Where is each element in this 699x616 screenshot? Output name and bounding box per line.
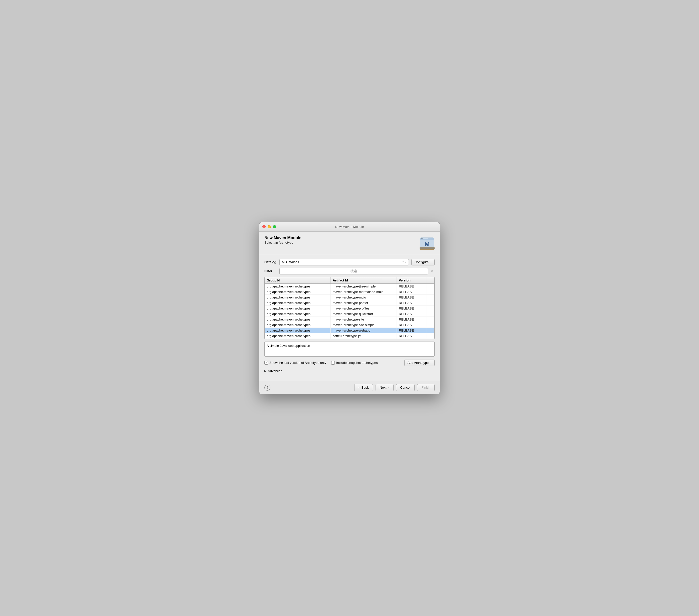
cell-version: RELEASE: [397, 317, 427, 322]
cell-version: RELEASE: [397, 300, 427, 305]
svg-text:M: M: [425, 241, 430, 247]
advanced-section[interactable]: ▶ Advanced: [264, 369, 435, 373]
options-row: ✓ Show the last version of Archetype onl…: [264, 359, 435, 366]
header-text: New Maven Module Select an Archetype: [264, 236, 301, 245]
cell-extra: [427, 317, 434, 322]
cell-version: RELEASE: [397, 311, 427, 316]
col-artifact-id: Artifact Id: [331, 277, 397, 284]
cell-version: RELEASE: [397, 284, 427, 289]
dialog-footer: ? < Back Next > Cancel Finish: [259, 381, 440, 394]
table-row[interactable]: org.apache.maven.archetypes maven-archet…: [265, 295, 434, 300]
cell-artifact-id: softeu-archetype-jsf: [331, 333, 397, 339]
filter-input[interactable]: [279, 268, 428, 274]
maximize-button[interactable]: [273, 225, 276, 228]
clear-filter-icon[interactable]: ✕: [430, 269, 435, 273]
cell-version: RELEASE: [397, 322, 427, 328]
configure-button[interactable]: Configure...: [411, 259, 435, 265]
cell-group-id: org.apache.maven.archetypes: [265, 317, 331, 322]
cell-extra: [427, 300, 434, 305]
cell-group-id: org.apache.maven.archetypes: [265, 311, 331, 316]
catalog-value: All Catalogs: [282, 260, 402, 264]
cell-artifact-id: maven-archetype-marmalade-mojo: [331, 289, 397, 294]
advanced-label: Advanced: [268, 369, 282, 373]
cell-extra: [427, 311, 434, 316]
col-scrollbar: [427, 277, 434, 284]
show-last-version-label: Show the last version of Archetype only: [269, 361, 326, 365]
cell-version: RELEASE: [397, 333, 427, 339]
cell-artifact-id: maven-archetype-portlet: [331, 300, 397, 305]
include-snapshot-checkbox[interactable]: [331, 361, 335, 365]
dialog-title: New Maven Module: [264, 236, 301, 240]
main-window: New Maven Module New Maven Module Select…: [259, 222, 440, 394]
title-bar: New Maven Module: [259, 222, 440, 232]
include-snapshot-label: Include snapshot archetypes: [336, 361, 378, 365]
back-button[interactable]: < Back: [354, 384, 373, 391]
cell-artifact-id: maven-archetype-profiles: [331, 306, 397, 311]
show-last-version-option[interactable]: ✓ Show the last version of Archetype onl…: [264, 361, 326, 365]
archetype-table: Group Id Artifact Id Version org.apache.…: [264, 277, 435, 339]
cell-artifact-id: maven-archetype-j2ee-simple: [331, 284, 397, 289]
cell-version: RELEASE: [397, 295, 427, 300]
show-last-version-checkbox[interactable]: ✓: [264, 361, 268, 365]
filter-label: Filter:: [264, 269, 279, 273]
catalog-label: Catalog:: [264, 260, 279, 264]
catalog-dropdown[interactable]: All Catalogs ⌃⌄: [279, 259, 409, 265]
svg-rect-6: [420, 249, 434, 250]
dialog-header: New Maven Module Select an Archetype M: [264, 236, 435, 251]
cell-group-id: org.apache.maven.archetypes: [265, 289, 331, 294]
include-snapshot-option[interactable]: Include snapshot archetypes: [331, 361, 378, 365]
cell-group-id: org.apache.maven.archetypes: [265, 300, 331, 305]
traffic-lights: [262, 225, 276, 228]
cell-artifact-id: maven-archetype-site-simple: [331, 322, 397, 328]
cell-artifact-id: maven-archetype-mojo: [331, 295, 397, 300]
table-body: org.apache.maven.archetypes maven-archet…: [265, 284, 434, 339]
table-row[interactable]: org.apache.maven.archetypes maven-archet…: [265, 328, 434, 333]
svg-rect-3: [423, 238, 428, 239]
cell-version: RELEASE: [397, 306, 427, 311]
cell-artifact-id: maven-archetype-site: [331, 317, 397, 322]
table-row[interactable]: org.apache.maven.archetypes maven-archet…: [265, 289, 434, 295]
table-row[interactable]: org.apache.maven.archetypes maven-archet…: [265, 300, 434, 306]
description-box: A simple Java web application: [264, 342, 435, 357]
table-row[interactable]: org.apache.maven.archetypes softeu-arche…: [265, 333, 434, 339]
minimize-button[interactable]: [268, 225, 271, 228]
maven-icon: M: [420, 236, 435, 251]
cell-version: RELEASE: [397, 289, 427, 294]
col-version: Version: [397, 277, 427, 284]
cell-extra: [427, 328, 434, 333]
cell-extra: [427, 322, 434, 328]
cell-version: RELEASE: [397, 328, 427, 333]
add-archetype-button[interactable]: Add Archetype...: [404, 359, 435, 366]
cell-extra: [427, 295, 434, 300]
table-row[interactable]: org.apache.maven.archetypes maven-archet…: [265, 311, 434, 317]
cell-group-id: org.apache.maven.archetypes: [265, 322, 331, 328]
table-row[interactable]: org.apache.maven.archetypes maven-archet…: [265, 322, 434, 328]
catalog-row: Catalog: All Catalogs ⌃⌄ Configure...: [264, 259, 435, 265]
cell-artifact-id: maven-archetype-quickstart: [331, 311, 397, 316]
cell-group-id: org.apache.maven.archetypes: [265, 295, 331, 300]
table-row[interactable]: org.apache.maven.archetypes maven-archet…: [265, 284, 434, 289]
advanced-arrow-icon: ▶: [264, 370, 266, 372]
cell-extra: [427, 284, 434, 289]
svg-rect-2: [421, 238, 423, 239]
cell-group-id: org.apache.maven.archetypes: [265, 284, 331, 289]
filter-row: Filter: ✕: [264, 268, 435, 274]
cell-group-id: org.apache.maven.archetypes: [265, 328, 331, 333]
window-title: New Maven Module: [335, 225, 364, 228]
cell-group-id: org.apache.maven.archetypes: [265, 306, 331, 311]
dialog-subtitle: Select an Archetype: [264, 241, 301, 245]
cell-group-id: org.apache.maven.archetypes: [265, 333, 331, 339]
finish-button[interactable]: Finish: [417, 384, 435, 391]
next-button[interactable]: Next >: [375, 384, 394, 391]
table-row[interactable]: org.apache.maven.archetypes maven-archet…: [265, 317, 434, 322]
content-area: New Maven Module Select an Archetype M C…: [259, 232, 440, 381]
help-button[interactable]: ?: [264, 385, 271, 391]
table-row[interactable]: org.apache.maven.archetypes maven-archet…: [265, 306, 434, 311]
cell-extra: [427, 306, 434, 311]
close-button[interactable]: [262, 225, 266, 228]
cancel-button[interactable]: Cancel: [396, 384, 414, 391]
table-header: Group Id Artifact Id Version: [265, 277, 434, 284]
col-group-id: Group Id: [265, 277, 331, 284]
dropdown-arrows-icon: ⌃⌄: [402, 260, 407, 264]
cell-extra: [427, 333, 434, 339]
